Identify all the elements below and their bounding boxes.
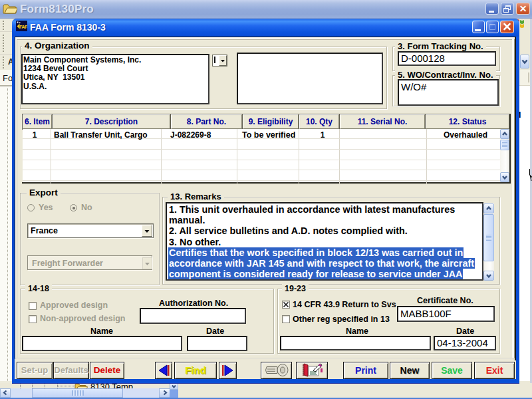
svg-text:FAR: FAR — [19, 24, 27, 30]
